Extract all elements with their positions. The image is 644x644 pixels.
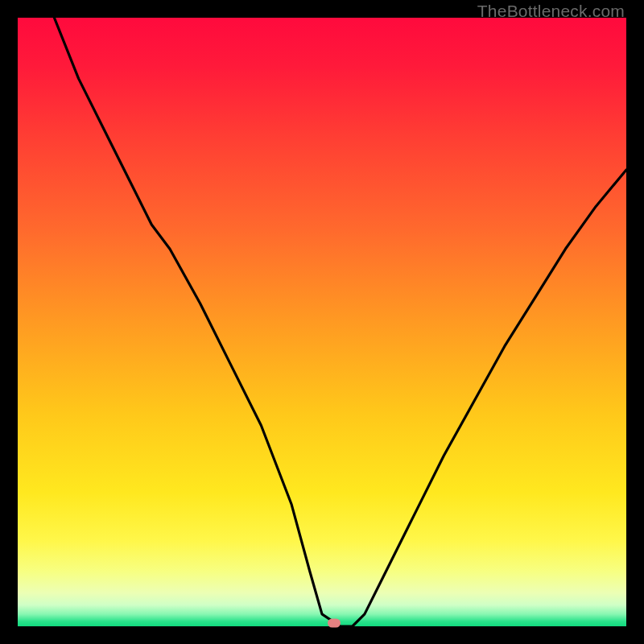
optimal-marker: [328, 619, 341, 628]
bottleneck-chart: [18, 18, 626, 626]
chart-frame: [18, 18, 626, 626]
watermark-text: TheBottleneck.com: [477, 2, 625, 21]
gradient-background: [18, 18, 626, 626]
